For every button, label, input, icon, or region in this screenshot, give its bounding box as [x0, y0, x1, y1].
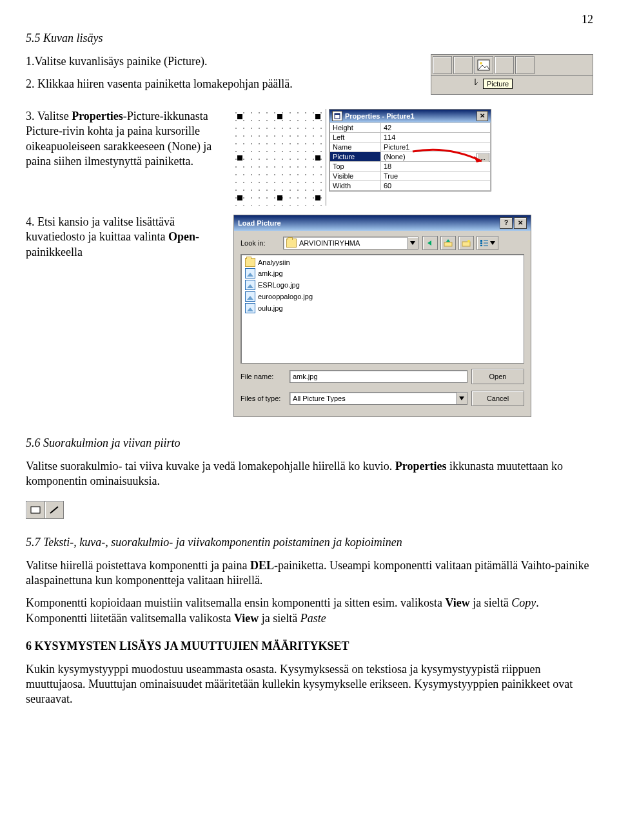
file-item[interactable]: oulu.jpg: [244, 302, 521, 314]
property-row-width[interactable]: Width60: [330, 181, 491, 190]
properties-title: Properties - Picture1: [345, 112, 474, 120]
property-value[interactable]: True: [381, 171, 491, 181]
property-row-height[interactable]: Height42: [330, 122, 491, 132]
svg-line-20: [50, 507, 58, 513]
file-item[interactable]: amk.jpg: [244, 268, 521, 279]
property-key: Left: [330, 132, 381, 142]
svg-marker-5: [410, 241, 415, 245]
property-value[interactable]: (None)...: [381, 151, 491, 161]
filetype-label: Files of type:: [241, 395, 286, 402]
picture-button[interactable]: [474, 56, 493, 74]
image-file-icon: [245, 291, 255, 302]
svg-rect-19: [31, 507, 40, 513]
nav-back-button[interactable]: [422, 236, 438, 250]
section-5-6-title: 5.6 Suorakulmion ja viivan piirto: [26, 436, 593, 450]
nav-up-button[interactable]: [440, 236, 456, 250]
line-icon: [49, 505, 59, 514]
property-value[interactable]: 18: [381, 161, 491, 171]
rectangle-icon: [30, 506, 41, 514]
dialog-help-button[interactable]: ?: [500, 217, 513, 229]
dialog-titlebar[interactable]: Load Picture ? ✕: [234, 215, 531, 231]
dialog-close-button[interactable]: ✕: [514, 217, 527, 229]
step-1: 1.Valitse kuvanlisäys painike (Picture).: [26, 54, 423, 69]
filetype-dropdown-button[interactable]: [456, 393, 467, 404]
svg-marker-18: [459, 396, 464, 400]
svg-point-1: [480, 62, 482, 64]
svg-rect-12: [480, 242, 482, 244]
dialog-title: Load Picture: [238, 219, 498, 227]
image-file-icon: [245, 303, 255, 313]
file-item-label: eurooppalogo.jpg: [258, 293, 313, 300]
svg-rect-7: [444, 242, 452, 246]
section-5-6-body: Valitse suorakulmio- tai viiva kuvake ja…: [26, 459, 593, 489]
svg-marker-8: [446, 239, 450, 242]
step-2: 2. Klikkaa hiiren vasenta painiketta lom…: [26, 77, 423, 92]
properties-window: Properties - Picture1 ✕ Height42Left114N…: [329, 109, 491, 191]
close-icon: ✕: [518, 219, 523, 226]
properties-icon: [332, 111, 342, 121]
file-item-label: oulu.jpg: [258, 304, 283, 312]
lookin-combo[interactable]: ARVIOINTIRYHMA: [283, 237, 418, 249]
property-value[interactable]: 60: [381, 181, 491, 190]
svg-rect-11: [480, 240, 482, 242]
property-key: Visible: [330, 171, 381, 181]
property-row-left[interactable]: Left114: [330, 132, 491, 142]
svg-point-10: [467, 240, 470, 242]
image-file-icon: [245, 280, 255, 290]
new-folder-icon: [462, 239, 471, 247]
section-5-7-p2: Komponentti kopioidaan muistiin valitsem…: [26, 596, 593, 610]
line-button[interactable]: [45, 502, 63, 518]
file-item[interactable]: ESRLogo.jpg: [244, 279, 521, 291]
section-5-7-p1: Valitse hiirellä poistettava komponentti…: [26, 558, 593, 589]
toolbar-blank-4[interactable]: [515, 56, 535, 74]
file-item-label: ESRLogo.jpg: [258, 281, 300, 289]
toolbar-blank-1[interactable]: [433, 56, 452, 74]
shape-toolbar: [26, 501, 64, 519]
property-key: Height: [330, 122, 381, 132]
lookin-dropdown-button[interactable]: [407, 237, 418, 249]
page-number: 12: [26, 13, 593, 26]
nav-newfolder-button[interactable]: [458, 236, 474, 250]
section-5-7-p3: Komponentti liitetään valitsemalla valik…: [26, 611, 593, 626]
image-file-icon: [245, 268, 255, 278]
step-3: 3. Valitse Properties-Picture-ikkunasta …: [26, 109, 226, 170]
toolbar-blank-3[interactable]: [495, 56, 514, 74]
filename-input[interactable]: amk.jpg: [290, 370, 467, 383]
folder-icon: [245, 258, 255, 267]
property-row-visible[interactable]: VisibleTrue: [330, 171, 491, 181]
property-value[interactable]: Picture1: [381, 142, 491, 151]
step-4: 4. Etsi kansio ja valitse lisättävä kuva…: [26, 215, 226, 260]
lookin-label: Look in:: [241, 239, 279, 247]
file-item-label: Analyysiin: [258, 259, 290, 266]
chevron-down-icon: [410, 241, 415, 245]
svg-rect-3: [335, 113, 340, 115]
lookin-value: ARVIOINTIRYHMA: [299, 239, 360, 247]
folder-icon: [286, 239, 297, 248]
rectangle-button[interactable]: [26, 502, 45, 518]
section-6-body: Kukin kysymystyyppi muodostuu useammasta…: [26, 662, 593, 707]
property-key: Width: [330, 181, 381, 190]
toolbar-blank-2[interactable]: [453, 56, 473, 74]
property-row-picture[interactable]: Picture(None)...: [330, 151, 491, 161]
svg-marker-6: [427, 240, 431, 246]
properties-close-button[interactable]: ✕: [477, 111, 488, 121]
property-value[interactable]: 114: [381, 132, 491, 142]
svg-marker-17: [490, 241, 495, 245]
file-list[interactable]: Analyysiinamk.jpgESRLogo.jpgeurooppalogo…: [241, 254, 524, 364]
cancel-button[interactable]: Cancel: [471, 391, 524, 406]
property-row-name[interactable]: NamePicture1: [330, 142, 491, 151]
back-arrow-icon: [426, 239, 434, 247]
properties-titlebar[interactable]: Properties - Picture1 ✕: [329, 110, 491, 122]
file-item[interactable]: eurooppalogo.jpg: [244, 291, 521, 302]
chevron-down-icon: [490, 241, 495, 245]
svg-rect-9: [462, 242, 470, 246]
file-item[interactable]: Analyysiin: [244, 257, 521, 268]
list-view-icon: [480, 239, 489, 247]
property-value[interactable]: 42: [381, 122, 491, 132]
tooltip-arrow-icon: [473, 79, 480, 88]
property-row-top[interactable]: Top18: [330, 161, 491, 171]
nav-viewmenu-button[interactable]: [477, 236, 498, 250]
filetype-combo[interactable]: All Picture Types: [290, 392, 467, 405]
property-key: Picture: [330, 151, 381, 161]
open-button[interactable]: Open: [471, 369, 524, 384]
